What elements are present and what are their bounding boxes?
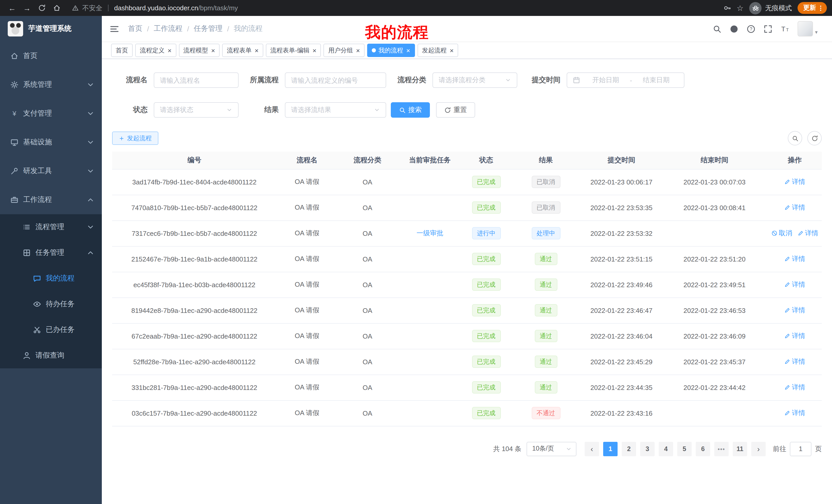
sidebar-item[interactable]: 系统管理 <box>0 71 102 99</box>
tab-close-icon[interactable]: × <box>356 47 360 54</box>
tab-item[interactable]: 我的流程× <box>367 44 415 57</box>
detail-action-link[interactable]: 详情 <box>784 280 805 289</box>
cell-end-time: 2022-01-23 00:07:03 <box>661 169 768 195</box>
reset-button[interactable]: 重置 <box>436 102 475 118</box>
browser-back-button[interactable]: ← <box>5 1 19 15</box>
task-icon <box>23 249 31 257</box>
sidebar-item[interactable]: 首页 <box>0 41 102 71</box>
hamburger-icon[interactable] <box>102 16 127 41</box>
incognito-icon <box>749 2 761 14</box>
show-search-button[interactable] <box>788 131 802 145</box>
cancel-action-link[interactable]: 取消 <box>771 229 792 238</box>
page-size-select[interactable]: 10条/页 <box>526 442 576 456</box>
sidebar-item[interactable]: 支付管理 <box>0 99 102 128</box>
tab-item[interactable]: 首页 <box>111 44 133 57</box>
process-input[interactable] <box>291 76 380 84</box>
pager-more-button[interactable]: ••• <box>714 442 729 456</box>
sidebar-item[interactable]: 流程管理 <box>0 214 102 240</box>
cell-result: 已取消 <box>510 195 581 220</box>
pager-page-button[interactable]: 4 <box>659 442 673 456</box>
category-filter-select[interactable]: 请选择流程分类 <box>433 73 517 88</box>
cell-result: 不通过 <box>510 400 581 426</box>
process-filter-input[interactable] <box>285 73 386 88</box>
submit-time-range-picker[interactable]: 开始日期 - 结束日期 <box>567 73 684 88</box>
tab-close-icon[interactable]: × <box>406 47 410 54</box>
detail-action-link[interactable]: 详情 <box>784 254 805 263</box>
detail-action-link[interactable]: 详情 <box>784 357 805 366</box>
name-input[interactable] <box>160 76 232 84</box>
create-process-button[interactable]: 发起流程 <box>112 132 158 145</box>
pager-prev-button[interactable]: ‹ <box>585 442 599 456</box>
tab-item[interactable]: 流程模型× <box>179 44 219 57</box>
current-task-link[interactable]: 一级审批 <box>417 229 443 238</box>
browser-update-button[interactable]: 更新 <box>798 2 827 14</box>
pager-page-button[interactable]: 3 <box>640 442 655 456</box>
detail-action-link[interactable]: 详情 <box>784 203 805 212</box>
browser-forward-button[interactable]: → <box>20 1 34 15</box>
cell-category: OA <box>337 220 397 246</box>
detail-action-link[interactable]: 详情 <box>784 383 805 392</box>
pager-page-button[interactable]: 2 <box>622 442 636 456</box>
tab-close-icon[interactable]: × <box>211 47 215 54</box>
fullscreen-icon[interactable] <box>763 24 772 33</box>
bookmark-star-icon[interactable]: ☆ <box>737 3 744 12</box>
detail-action-link[interactable]: 详情 <box>784 177 805 187</box>
sidebar-item-label: 我的流程 <box>46 274 75 283</box>
search-icon[interactable] <box>713 24 722 33</box>
detail-action-link[interactable]: 详情 <box>784 306 805 315</box>
goto-page-input[interactable] <box>790 442 811 456</box>
tab-item[interactable]: 发起流程× <box>417 44 458 57</box>
github-icon[interactable] <box>730 24 738 33</box>
breadcrumb-item[interactable]: 工作流程 <box>154 24 183 33</box>
tab-item[interactable]: 用户分组× <box>324 44 365 57</box>
name-filter-input[interactable] <box>154 73 239 88</box>
browser-reload-button[interactable] <box>35 1 49 15</box>
help-icon[interactable] <box>747 24 755 33</box>
refresh-table-button[interactable] <box>807 131 822 145</box>
tab-close-icon[interactable]: × <box>313 47 316 54</box>
address-bar[interactable]: 不安全 dashboard.yudao.iocoder.cn/bpm/task/… <box>65 3 717 12</box>
status-tag: 已完成 <box>472 356 501 368</box>
filter-row: 状态 请选择状态 结果 请选择流结果 搜索 重置 <box>112 102 822 118</box>
breadcrumb-item[interactable]: 任务管理 <box>194 24 223 33</box>
tab-item[interactable]: 流程表单× <box>222 44 263 57</box>
detail-action-link[interactable]: 详情 <box>784 409 805 418</box>
sidebar-item[interactable]: 待办任务 <box>0 291 102 317</box>
pager-page-button[interactable]: 11 <box>733 442 747 456</box>
sidebar-item[interactable]: 我的流程 <box>0 265 102 291</box>
tab-item[interactable]: 流程定义× <box>135 44 176 57</box>
pager-next-button[interactable]: › <box>751 442 766 456</box>
tab-item[interactable]: 流程表单-编辑× <box>266 44 321 57</box>
chevron-down-icon <box>86 81 95 89</box>
table-row: 331bc281-7b9a-11ec-a290-acde48001122OA 请… <box>112 374 822 400</box>
result-tag: 通过 <box>535 356 557 368</box>
cell-end-time <box>661 400 768 426</box>
browser-home-button[interactable] <box>50 1 64 15</box>
sidebar-item[interactable]: 基础设施 <box>0 128 102 157</box>
detail-action-link[interactable]: 详情 <box>784 331 805 341</box>
tab-close-icon[interactable]: × <box>255 47 258 54</box>
sidebar-item[interactable]: 请假查询 <box>0 343 102 368</box>
pager-page-button[interactable]: 6 <box>696 442 710 456</box>
app-logo[interactable]: 芋道管理系统 <box>0 16 102 41</box>
gear-icon <box>10 81 19 89</box>
pager-page-button[interactable]: 1 <box>603 442 618 456</box>
sidebar-item[interactable]: 研发工具 <box>0 157 102 186</box>
sidebar-item[interactable]: 工作流程 <box>0 186 102 214</box>
search-button[interactable]: 搜索 <box>391 102 430 118</box>
password-key-icon[interactable] <box>723 4 731 12</box>
user-avatar-menu[interactable]: ▾ <box>798 21 817 36</box>
navbar: 首页 / 工作流程 / 任务管理 / 我的流程 我的流程 ▾ <box>102 16 832 41</box>
pager-page-button[interactable]: 5 <box>677 442 692 456</box>
font-size-icon[interactable] <box>781 24 789 33</box>
sidebar-item[interactable]: 任务管理 <box>0 240 102 265</box>
category-placeholder: 请选择流程分类 <box>439 76 502 85</box>
tab-close-icon[interactable]: × <box>450 47 453 54</box>
result-filter-select[interactable]: 请选择流结果 <box>285 102 386 118</box>
cell-end-time: 2022-01-22 23:46:53 <box>661 298 768 323</box>
tab-close-icon[interactable]: × <box>167 47 172 54</box>
status-filter-select[interactable]: 请选择状态 <box>154 102 239 118</box>
detail-action-link[interactable]: 详情 <box>797 229 818 238</box>
sidebar-item[interactable]: 已办任务 <box>0 317 102 343</box>
breadcrumb-item[interactable]: 首页 <box>128 24 142 33</box>
